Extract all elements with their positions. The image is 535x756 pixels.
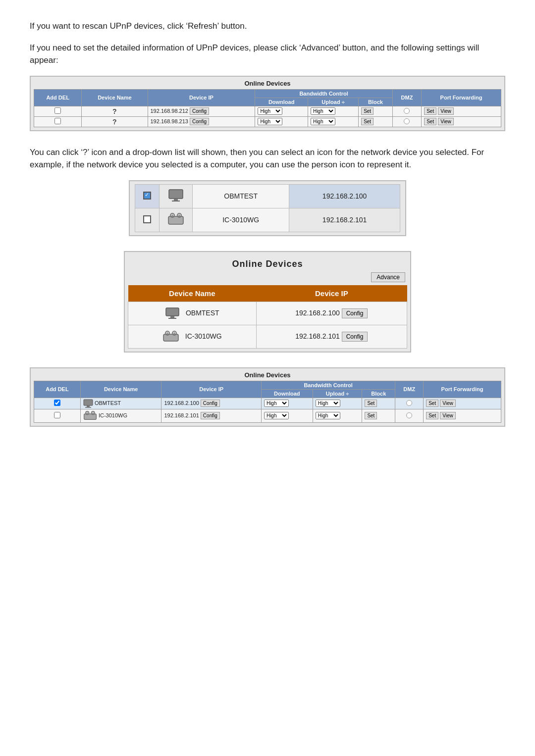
advanced-table: Device Name Device IP OBMTEST 192.168.2.…	[128, 285, 407, 349]
table-row: OBMTEST 192.168.2.100 Config HighMediumL…	[34, 398, 501, 409]
svg-point-7	[178, 214, 180, 216]
row2-checkbox[interactable]	[54, 118, 61, 124]
col-download: Download	[255, 98, 308, 106]
col-device-name: Device Name	[80, 381, 161, 398]
row2-ip: 192.168.98.213	[151, 118, 188, 124]
adv-col-device-name: Device Name	[128, 285, 257, 302]
svg-point-6	[171, 214, 173, 216]
router-icon	[167, 212, 184, 226]
row1-config-btn[interactable]: Config	[190, 107, 209, 115]
btrow2-config-btn[interactable]: Config	[201, 412, 220, 419]
svg-point-22	[86, 412, 88, 413]
question-icon[interactable]: ?	[112, 107, 117, 115]
svg-rect-3	[168, 216, 183, 224]
question-icon[interactable]: ?	[112, 118, 117, 126]
row1-set-btn[interactable]: Set	[361, 107, 374, 115]
btrow2-upload-select[interactable]: HighMediumLow	[316, 412, 340, 419]
btrow1-set-btn[interactable]: Set	[365, 400, 377, 407]
row1-checkbox[interactable]	[54, 107, 61, 114]
adv-row1-name: OBMTEST	[186, 308, 219, 316]
col-bandwidth: Bandwidth Control	[255, 89, 392, 98]
svg-rect-17	[87, 405, 90, 407]
col-block: Block	[359, 98, 393, 106]
online-devices-table-2: Online Devices Add DEL Device Name Devic…	[30, 367, 505, 427]
btrow1-checkbox[interactable]	[54, 400, 60, 406]
col-add-del: Add DEL	[34, 89, 82, 106]
router-icon	[162, 330, 179, 343]
online-table-1: Add DEL Device Name Device IP Bandwidth …	[34, 89, 501, 127]
btrow1-dmz-radio[interactable]	[406, 400, 412, 406]
adv-row2-config-btn[interactable]: Config	[342, 332, 368, 342]
col-port-forwarding: Port Forwarding	[422, 89, 501, 106]
col-dmz: DMZ	[392, 89, 421, 106]
row2-port-set-btn[interactable]: Set	[424, 118, 436, 125]
col-bandwidth: Bandwidth Control	[261, 381, 395, 389]
monitor-icon	[83, 399, 93, 408]
svg-point-23	[92, 412, 94, 413]
btrow2-dmz-radio[interactable]	[406, 412, 412, 418]
online-devices-table-1: Online Devices Add DEL Device Name Devic…	[30, 76, 505, 131]
row2-unchecked-cb[interactable]	[143, 215, 151, 223]
advance-button[interactable]: Advance	[371, 272, 405, 282]
svg-rect-18	[85, 407, 91, 408]
row2-device-name: IC-3010WG	[222, 216, 259, 224]
svg-point-14	[166, 332, 168, 334]
col-device-ip: Device IP	[161, 381, 261, 398]
table-row: OBMTEST 192.168.2.100 Config	[128, 302, 407, 325]
monitor-icon	[165, 307, 180, 320]
btrow1-config-btn[interactable]: Config	[201, 400, 220, 407]
row1-dmz-radio[interactable]	[404, 108, 410, 114]
btrow2-device-name: IC-3010WG	[99, 412, 127, 418]
btrow2-checkbox[interactable]	[54, 412, 60, 418]
col-device-ip: Device IP	[148, 89, 255, 106]
row2-config-btn[interactable]: Config	[190, 118, 209, 125]
row1-port-view-btn[interactable]: View	[438, 107, 454, 115]
row1-download-select[interactable]: HighMediumLow	[258, 107, 282, 115]
adv-row1-config-btn[interactable]: Config	[342, 308, 368, 318]
row2-upload-select[interactable]: HighMediumLow	[311, 118, 335, 125]
svg-rect-11	[163, 334, 178, 341]
row1-checked-cb[interactable]	[143, 192, 151, 200]
btrow1-device-name: OBMTEST	[95, 400, 121, 405]
col-download: Download	[261, 389, 313, 398]
row2-set-btn[interactable]: Set	[361, 118, 374, 125]
monitor-icon	[168, 189, 184, 202]
btrow1-ip: 192.168.2.100	[164, 400, 199, 406]
btrow1-port-view-btn[interactable]: View	[440, 400, 456, 407]
btrow1-port-set-btn[interactable]: Set	[426, 400, 438, 407]
col-block: Block	[362, 389, 395, 398]
icon-select-box: OBMTEST 192.168.2.100	[129, 180, 406, 236]
row1-device-ip: 192.168.2.100	[322, 192, 367, 200]
row2-dmz-radio[interactable]	[404, 118, 410, 124]
router-icon	[83, 410, 97, 421]
svg-rect-0	[169, 190, 183, 199]
btrow1-upload-select[interactable]: HighMediumLow	[316, 400, 340, 407]
advanced-box-title: Online Devices	[128, 255, 407, 271]
btrow2-ip: 192.168.2.101	[164, 412, 199, 418]
paragraph-1: If you want to rescan UPnP devices, clic…	[30, 20, 505, 33]
btrow2-set-btn[interactable]: Set	[365, 412, 377, 419]
table-row: ? 192.168.98.212 Config HighMediumLow Hi…	[34, 106, 501, 116]
row2-port-view-btn[interactable]: View	[438, 118, 454, 125]
svg-rect-1	[174, 199, 178, 201]
svg-rect-8	[166, 308, 179, 316]
svg-rect-9	[170, 316, 174, 318]
btrow1-download-select[interactable]: HighMediumLow	[264, 400, 289, 407]
row1-device-name: OBMTEST	[224, 192, 258, 200]
row2-device-ip: 192.168.2.101	[322, 216, 367, 224]
btrow2-download-select[interactable]: HighMediumLow	[264, 412, 289, 419]
adv-row2-ip: 192.168.2.101	[295, 332, 340, 340]
col-port-forwarding: Port Forwarding	[424, 381, 501, 398]
row2-download-select[interactable]: HighMediumLow	[258, 118, 282, 125]
adv-row1-ip: 192.168.2.100	[295, 309, 340, 317]
row1-upload-select[interactable]: HighMediumLow	[311, 107, 335, 115]
row1-port-set-btn[interactable]: Set	[424, 107, 436, 115]
col-add-del: Add DEL	[34, 381, 81, 398]
svg-point-15	[173, 332, 175, 334]
btrow2-port-set-btn[interactable]: Set	[426, 412, 438, 419]
advanced-online-devices-box: Online Devices Advance Device Name Devic…	[124, 251, 411, 353]
btrow2-port-view-btn[interactable]: View	[440, 412, 456, 419]
table-row: ? 192.168.98.213 Config HighMediumLow Hi…	[34, 116, 501, 127]
table1-title: Online Devices	[34, 80, 501, 87]
list-item: OBMTEST 192.168.2.100	[135, 184, 400, 208]
